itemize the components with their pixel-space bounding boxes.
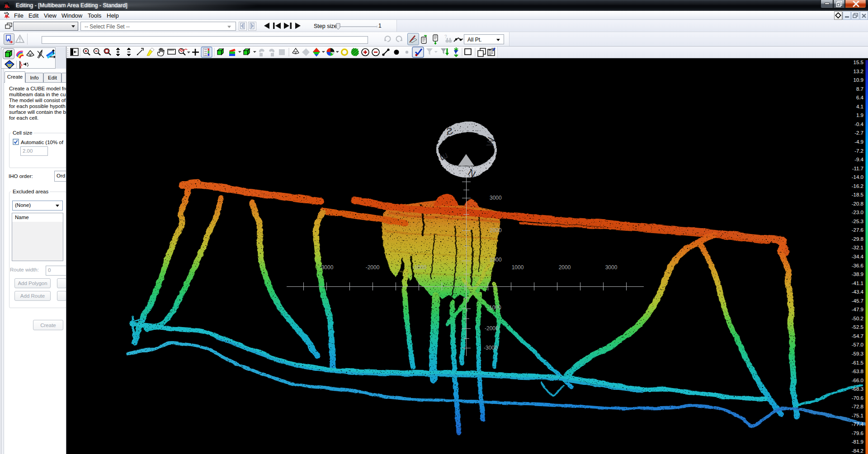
- svg-text:-66.0: -66.0: [852, 378, 863, 383]
- svg-text:-81.9: -81.9: [852, 439, 863, 445]
- svg-text:-63.8: -63.8: [852, 369, 863, 374]
- svg-text:-29.8: -29.8: [852, 236, 863, 242]
- svg-text:-77.4: -77.4: [852, 421, 864, 427]
- svg-text:-41.1: -41.1: [852, 281, 863, 286]
- svg-text:-52.5: -52.5: [852, 324, 863, 330]
- svg-text:10.9: 10.9: [854, 77, 863, 83]
- svg-text:-16.2: -16.2: [852, 183, 863, 189]
- svg-text:-79.6: -79.6: [852, 431, 863, 436]
- svg-text:-50.2: -50.2: [852, 316, 863, 321]
- svg-text:1000: 1000: [490, 257, 502, 263]
- svg-text:-2.7: -2.7: [854, 130, 863, 136]
- svg-text:1.9: 1.9: [856, 112, 863, 118]
- svg-text:-2000: -2000: [485, 325, 499, 332]
- svg-text:-54.7: -54.7: [852, 333, 863, 339]
- svg-text:-14.0: -14.0: [852, 174, 863, 180]
- svg-text:1000: 1000: [512, 264, 524, 271]
- svg-text:-23.0: -23.0: [852, 210, 863, 215]
- svg-text:13.2: 13.2: [854, 69, 863, 74]
- svg-text:3000: 3000: [490, 195, 502, 201]
- svg-text:-3000: -3000: [484, 345, 498, 351]
- svg-text:-36.6: -36.6: [852, 263, 863, 268]
- svg-text:-4.9: -4.9: [854, 139, 863, 145]
- svg-text:-20.8: -20.8: [852, 201, 863, 206]
- svg-text:-57.0: -57.0: [852, 342, 863, 347]
- svg-text:-34.4: -34.4: [852, 254, 864, 259]
- svg-text:-9.4: -9.4: [854, 157, 863, 162]
- svg-text:6.4: 6.4: [856, 95, 864, 100]
- svg-text:-18.5: -18.5: [852, 192, 863, 197]
- svg-text:-43.4: -43.4: [852, 289, 864, 295]
- svg-text:-61.5: -61.5: [852, 360, 863, 365]
- svg-text:-70.6: -70.6: [852, 395, 863, 401]
- svg-text:15.5: 15.5: [854, 60, 863, 65]
- svg-text:-47.9: -47.9: [852, 307, 863, 312]
- svg-text:-72.8: -72.8: [852, 404, 863, 409]
- svg-text:2000: 2000: [559, 264, 571, 271]
- svg-text:-59.3: -59.3: [852, 351, 863, 356]
- svg-text:-2000: -2000: [366, 264, 380, 271]
- svg-text:-1000: -1000: [487, 304, 501, 311]
- svg-text:2000: 2000: [490, 227, 502, 234]
- svg-text:4.1: 4.1: [856, 104, 863, 109]
- svg-text:3000: 3000: [321, 264, 334, 271]
- svg-text:-1000: -1000: [413, 264, 427, 271]
- svg-text:-27.6: -27.6: [852, 227, 863, 233]
- svg-text:3000: 3000: [605, 264, 618, 271]
- svg-text:-84.2: -84.2: [852, 448, 863, 454]
- svg-text:-45.7: -45.7: [852, 298, 863, 304]
- svg-text:-25.3: -25.3: [852, 219, 863, 224]
- svg-text:-11.7: -11.7: [852, 166, 863, 171]
- svg-text:W: W: [484, 136, 496, 147]
- svg-text:-75.1: -75.1: [852, 413, 863, 418]
- svg-text:-32.1: -32.1: [852, 245, 863, 250]
- svg-text:-0.4: -0.4: [854, 122, 863, 127]
- svg-text:-7.2: -7.2: [854, 148, 863, 154]
- svg-text:-68.3: -68.3: [852, 386, 863, 392]
- svg-text:-38.9: -38.9: [852, 271, 863, 277]
- svg-text:8.7: 8.7: [856, 86, 863, 92]
